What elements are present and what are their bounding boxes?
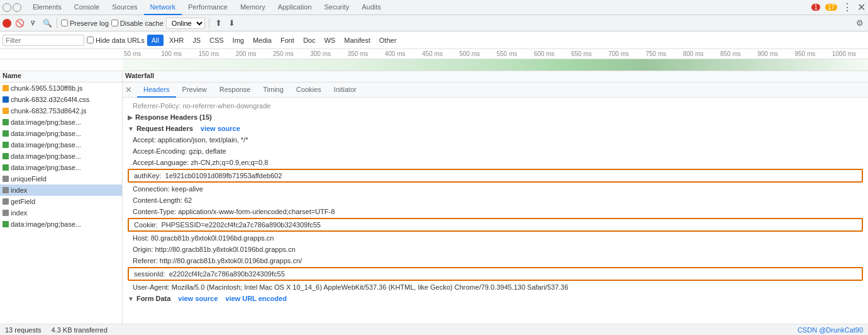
hide-data-urls-input[interactable] <box>87 37 94 43</box>
tl-400: 400 ms <box>384 50 421 57</box>
filter-media-btn[interactable]: Media <box>250 36 275 45</box>
view-source-link2[interactable]: view source <box>178 295 218 302</box>
expand-arrow: ▼ <box>128 295 134 302</box>
upload-icon[interactable]: ⬆ <box>213 18 224 28</box>
tl-250: 250 ms <box>272 50 309 57</box>
tab-headers[interactable]: Headers <box>137 82 176 98</box>
list-item[interactable]: getField <box>0 196 122 207</box>
filter-bar: Hide data URLs All XHR JS CSS Img Media … <box>0 31 868 49</box>
list-item[interactable]: chunk-6832.753d8642.js <box>0 105 122 116</box>
list-item[interactable]: index <box>0 185 122 196</box>
header-key: Origin: <box>133 244 155 254</box>
filter-all-btn[interactable]: All <box>147 35 164 46</box>
header-key: Cookie: <box>134 221 159 229</box>
close-icon[interactable]: ✕ <box>857 1 865 13</box>
tab-security[interactable]: Security <box>318 0 355 15</box>
header-key: authKey: <box>134 172 163 179</box>
header-key: Host: <box>133 233 151 243</box>
form-data-section[interactable]: ▼ Form Data view source view URL encoded <box>128 293 863 304</box>
filter-xhr-btn[interactable]: XHR <box>166 36 187 45</box>
clear-button[interactable]: 🚫 <box>14 18 25 29</box>
search-button[interactable]: 🔍 <box>42 18 53 29</box>
tab-performance[interactable]: Performance <box>182 0 234 15</box>
tab-network[interactable]: Network <box>144 0 182 15</box>
response-headers-section[interactable]: ▶ Response Headers (15) <box>128 111 863 123</box>
js-icon <box>3 108 9 114</box>
filter-input[interactable] <box>3 35 84 46</box>
tab-console[interactable]: Console <box>68 0 106 15</box>
tab-timing[interactable]: Timing <box>257 82 290 98</box>
status-bar: 13 requests 4.3 KB transferred CSDN @Dru… <box>0 324 868 335</box>
tab-application[interactable]: Application <box>272 0 318 15</box>
view-source-link[interactable]: view source <box>201 125 240 132</box>
list-item[interactable]: data:image/png;base... <box>0 150 122 162</box>
request-headers-section[interactable]: ▼ Request Headers view source <box>128 123 863 134</box>
settings-icon[interactable]: ⚙ <box>854 18 865 28</box>
tl-50: 50 ms <box>123 50 160 57</box>
tab-memory[interactable]: Memory <box>234 0 272 15</box>
filter-other-btn[interactable]: Other <box>376 36 400 45</box>
file-name: chunk-5965.5130ff8b.js <box>11 84 82 92</box>
tab-sources[interactable]: Sources <box>106 0 143 15</box>
tl-700: 700 ms <box>607 50 644 57</box>
hide-data-urls-checkbox[interactable]: Hide data URLs <box>87 37 145 44</box>
header-row-accept: Accept: application/json, text/plain, */… <box>128 134 863 145</box>
file-name: uniqueField <box>11 175 47 183</box>
tl-1000: 1000 ms <box>831 50 868 57</box>
file-name: chunk-6832.753d8642.js <box>11 107 86 115</box>
tl-950: 950 ms <box>794 50 831 57</box>
list-item[interactable]: uniqueField <box>0 173 122 185</box>
other-icon <box>3 187 9 193</box>
filter-ws-btn[interactable]: WS <box>321 36 338 45</box>
header-val: 62 <box>184 195 192 205</box>
tab-elements[interactable]: Elements <box>26 0 68 15</box>
url-encoded-link[interactable]: view URL encoded <box>225 295 287 302</box>
file-name: data:image/png;base... <box>11 130 81 137</box>
list-item[interactable]: data:image/png;base... <box>0 139 122 150</box>
devtools-tab-bar: Elements Console Sources Network Perform… <box>0 0 868 15</box>
devtools-icons: 1 17 ⋮ ✕ <box>811 1 865 13</box>
network-toolbar: 🚫 ⛛ 🔍 Preserve log Disable cache Online … <box>0 15 868 31</box>
img-icon <box>3 130 9 137</box>
list-item[interactable]: data:image/png;base... <box>0 128 122 139</box>
tab-initiator[interactable]: Initiator <box>328 82 363 98</box>
filter-css-btn[interactable]: CSS <box>206 36 227 45</box>
cookie-row: Cookie: PHPSESSID=e2202cf4fc2a7c786a890b… <box>128 218 863 232</box>
record-button[interactable] <box>3 19 11 28</box>
preserve-log-checkbox[interactable]: Preserve log <box>61 20 109 27</box>
response-headers-label: Response Headers (15) <box>135 113 212 121</box>
list-item[interactable]: data:image/png;base... <box>0 219 122 230</box>
filter-manifest-btn[interactable]: Manifest <box>341 36 374 45</box>
tab-response[interactable]: Response <box>213 82 257 98</box>
filter-font-btn[interactable]: Font <box>277 36 298 45</box>
disable-cache-input[interactable] <box>111 20 118 26</box>
preserve-log-input[interactable] <box>61 20 68 26</box>
sub-tab-close[interactable]: ✕ <box>125 85 132 94</box>
list-item[interactable]: chunk-6832.d32c64f4.css <box>0 94 122 105</box>
header-key: Content-Type: <box>133 207 178 217</box>
header-row-host: Host: 80.gracb81b.y8xtok0l.0196bd.grapps… <box>128 232 863 244</box>
request-headers-label: Request Headers <box>136 125 193 132</box>
header-val: gzip, deflate <box>189 146 226 156</box>
download-icon[interactable]: ⬇ <box>226 18 237 28</box>
preserve-log-label: Preserve log <box>70 20 109 27</box>
list-item[interactable]: chunk-5965.5130ff8b.js <box>0 82 122 94</box>
tab-cookies[interactable]: Cookies <box>290 82 328 98</box>
tab-audits[interactable]: Audits <box>355 0 387 15</box>
list-item[interactable]: data:image/png;base... <box>0 162 122 173</box>
more-options-icon[interactable]: ⋮ <box>842 1 852 13</box>
filter-img-btn[interactable]: Img <box>230 36 247 45</box>
list-item[interactable]: data:image/png;base... <box>0 116 122 128</box>
tab-preview[interactable]: Preview <box>176 82 213 98</box>
timeline-bg <box>123 59 868 71</box>
throttle-select[interactable]: Online <box>166 18 205 29</box>
filter-doc-btn[interactable]: Doc <box>300 36 319 45</box>
filter-js-btn[interactable]: JS <box>189 36 204 45</box>
form-data-label: Form Data <box>136 295 170 302</box>
disable-cache-checkbox[interactable]: Disable cache <box>111 20 164 27</box>
filter-icon-button[interactable]: ⛛ <box>28 18 39 29</box>
tl-150: 150 ms <box>198 50 235 57</box>
col-name[interactable]: Name <box>0 71 123 82</box>
list-item[interactable]: index <box>0 207 122 219</box>
tl-100: 100 ms <box>160 50 197 57</box>
